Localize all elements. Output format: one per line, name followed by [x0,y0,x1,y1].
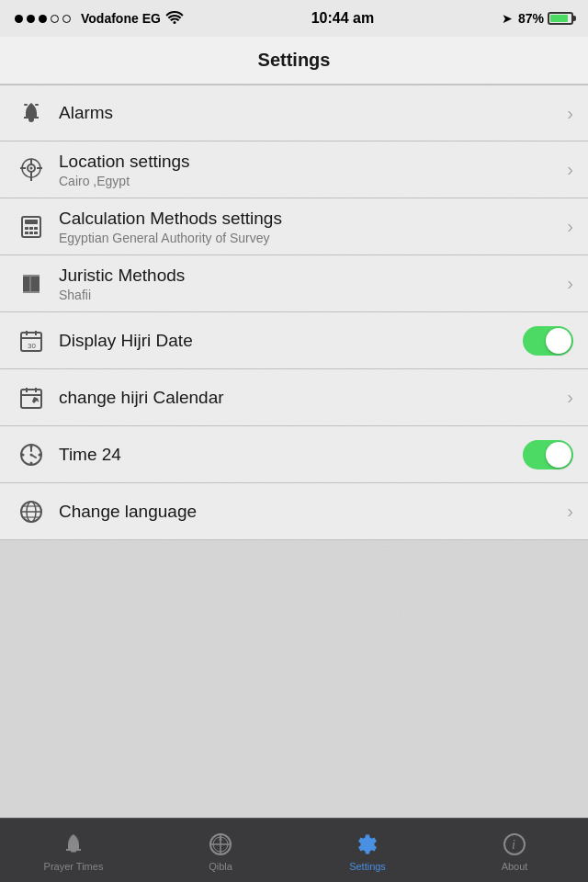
battery-icon [548,12,573,25]
location-content: Location settings Cairo ,Egypt [59,142,567,198]
time24-content: Time 24 [59,435,523,474]
svg-text:i: i [512,838,515,852]
hijri-calendar-chevron-icon: › [567,387,573,408]
hijri-calendar-label: change hijri Calendar [59,388,567,408]
calendar-edit-icon [15,381,48,414]
alarms-chevron-icon: › [567,103,573,124]
prayer-times-icon [61,831,86,857]
svg-rect-14 [25,232,28,234]
svg-rect-13 [34,227,38,230]
tab-bar: Prayer Times Qibla Settings [0,818,588,882]
language-content: Change language [59,492,567,531]
signal-dot-1 [15,15,23,23]
book-icon [15,267,48,300]
battery-percentage: 87% [518,11,544,26]
location-right: › [567,159,573,180]
calculation-chevron-icon: › [567,216,573,237]
hijri-date-right[interactable] [523,326,573,356]
page-title: Settings [258,50,331,71]
location-sublabel: Cairo ,Egypt [59,174,567,188]
svg-point-33 [39,453,41,456]
clock-icon [15,438,48,471]
svg-rect-0 [24,104,28,106]
hijri-date-label: Display Hijri Date [59,331,523,351]
hijri-date-toggle[interactable] [523,326,573,356]
about-icon: i [502,831,527,857]
language-chevron-icon: › [567,501,573,522]
location-label: Location settings [59,152,567,172]
battery-level [550,15,568,22]
alarms-content: Alarms [59,94,567,132]
hijri-calendar-content: change hijri Calendar [59,379,567,417]
tab-settings[interactable]: Settings [294,819,441,882]
hijri-date-toggle-thumb [546,328,571,354]
svg-point-35 [22,453,25,456]
tab-qibla-label: Qibla [209,861,232,872]
hijri-calendar-right: › [567,387,573,408]
tab-about[interactable]: i About [441,819,588,882]
carrier-label: Vodafone EG [81,11,161,26]
settings-row-location[interactable]: Location settings Cairo ,Egypt › [0,141,588,198]
time24-toggle[interactable] [523,440,573,469]
tab-prayer-times[interactable]: Prayer Times [0,819,147,882]
svg-point-3 [30,166,33,169]
time24-right[interactable] [523,440,573,469]
svg-rect-11 [25,227,28,230]
signal-dot-2 [27,15,35,23]
juristic-content: Juristic Methods Shafii [59,256,567,311]
mosque-alarm-icon [15,96,48,130]
status-right: ➤ 87% [502,11,573,26]
language-right: › [567,501,573,522]
juristic-label: Juristic Methods [59,266,567,286]
status-time: 10:44 am [311,10,375,27]
signal-dots [15,15,71,23]
svg-rect-15 [29,232,33,234]
tab-qibla[interactable]: Qibla [147,819,294,882]
calculation-sublabel: Egyptian General Authority of Survey [59,231,567,245]
signal-dot-3 [39,15,47,23]
svg-text:30: 30 [28,342,36,350]
calculation-content: Calculation Methods settings Egyptian Ge… [59,199,567,254]
settings-row-calculation[interactable]: Calculation Methods settings Egyptian Ge… [0,198,588,255]
juristic-right: › [567,273,573,294]
time24-toggle-thumb [546,442,571,468]
settings-row-language[interactable]: Change language › [0,483,588,540]
settings-row-time24[interactable]: Time 24 [0,426,588,483]
tab-settings-label: Settings [349,861,386,872]
language-label: Change language [59,502,567,522]
settings-content: Alarms › Location settings Cairo ,Egypt … [0,85,588,818]
svg-rect-41 [71,851,76,853]
calendar-icon: 30 [15,324,48,357]
settings-row-alarms[interactable]: Alarms › [0,85,588,141]
battery-container: 87% [518,11,573,26]
globe-icon [15,495,48,528]
calculation-right: › [567,216,573,237]
svg-rect-12 [29,227,33,230]
alarms-right: › [567,103,573,124]
calculator-icon [15,210,48,243]
nav-bar: Settings [0,37,588,85]
alarms-label: Alarms [59,103,567,123]
svg-rect-16 [34,232,38,234]
settings-row-hijri-calendar[interactable]: change hijri Calendar › [0,369,588,426]
settings-row-hijri-date[interactable]: 30 Display Hijri Date [0,312,588,369]
juristic-sublabel: Shafii [59,288,567,302]
svg-rect-10 [25,220,38,224]
wifi-icon [165,9,184,28]
location-chevron-icon: › [567,159,573,180]
settings-row-juristic[interactable]: Juristic Methods Shafii › [0,255,588,312]
location-icon [15,153,48,187]
qibla-icon [208,831,233,857]
location-arrow-icon: ➤ [502,11,513,26]
time24-label: Time 24 [59,445,523,465]
svg-point-34 [30,461,33,464]
juristic-chevron-icon: › [567,273,573,294]
signal-dot-4 [51,15,59,23]
svg-rect-1 [35,104,39,106]
status-bar: Vodafone EG 10:44 am ➤ 87% [0,0,588,37]
hijri-date-content: Display Hijri Date [59,322,523,360]
signal-dot-5 [62,15,71,23]
status-left: Vodafone EG [15,9,184,28]
calculation-label: Calculation Methods settings [59,209,567,229]
tab-prayer-times-label: Prayer Times [44,861,104,872]
